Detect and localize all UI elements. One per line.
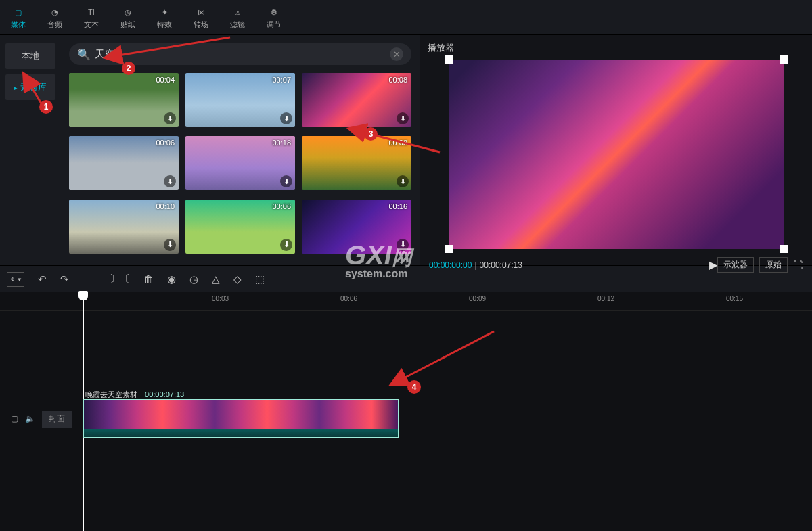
download-icon[interactable]: ⬇ (280, 112, 292, 124)
audio-icon: ◔ (51, 5, 58, 20)
sidebar-item-local[interactable]: 本地 (5, 43, 55, 69)
download-icon[interactable]: ⬇ (164, 239, 176, 251)
split-tool[interactable]: 〕〔 (110, 273, 130, 285)
timeline-clip[interactable]: 晚霞去天空素材 00:00:07:13 (83, 399, 399, 438)
top-tab-bar: ▢ 媒体 ◔ 音频 TI 文本 ◷ 贴纸 ✦ 特效 ⋈ 转场 ஃ 滤镜 ⚙ 调节 (0, 0, 812, 35)
sidebar-item-label: 本地 (22, 51, 39, 61)
preview-canvas[interactable] (449, 60, 784, 249)
chevron-right-icon: ▸ (14, 85, 18, 91)
sidebar-item-library[interactable]: ▸素材库 (5, 74, 55, 100)
effects-icon: ✦ (162, 5, 168, 20)
media-grid: 00:04⬇ 00:07⬇ 00:08⬇ 00:06⬇ 00:18⬇ 00:08… (69, 73, 411, 256)
play-button[interactable]: ▶ (709, 258, 717, 271)
filter-icon: ஃ (235, 5, 240, 20)
mute-track-icon[interactable]: 🔈 (25, 414, 35, 423)
tab-filter[interactable]: ஃ 滤镜 (219, 0, 256, 34)
download-icon[interactable]: ⬇ (280, 239, 292, 251)
watermark: GXI网 system.com (345, 240, 412, 280)
undo-button[interactable]: ↶ (38, 273, 47, 285)
tab-label: 文本 (84, 20, 99, 30)
original-button[interactable]: 原始 (759, 257, 788, 273)
tab-label: 特效 (157, 20, 172, 30)
speed-tool[interactable]: ◷ (189, 273, 198, 285)
mirror-tool[interactable]: △ (212, 273, 220, 285)
media-icon: ▢ (15, 5, 22, 20)
tab-text[interactable]: TI 文本 (73, 0, 110, 34)
scope-button[interactable]: 示波器 (717, 257, 754, 273)
time-ruler[interactable]: 00:03 00:06 00:09 00:12 00:15 (0, 292, 812, 311)
rotate-tool[interactable]: ◇ (233, 273, 242, 285)
timecode-total: 00:00:07:13 (480, 260, 709, 270)
tab-sticker[interactable]: ◷ 贴纸 (110, 0, 146, 34)
media-thumb[interactable]: 00:06⬇ (69, 136, 179, 190)
delete-tool[interactable]: 🗑 (143, 273, 154, 285)
download-icon[interactable]: ⬇ (397, 112, 409, 124)
redo-button[interactable]: ↷ (60, 273, 69, 285)
media-panel: 本地 ▸素材库 🔍 ✕ 00:04⬇ 00:07⬇ 00:08⬇ 00:06⬇ … (0, 35, 420, 265)
media-thumb[interactable]: 00:08⬇ (302, 136, 411, 190)
tab-audio[interactable]: ◔ 音频 (37, 0, 73, 34)
media-thumb[interactable]: 00:04⬇ (69, 73, 179, 127)
sticker-icon: ◷ (125, 5, 131, 20)
timecode-current: 00:00:00:00 (429, 260, 472, 270)
clip-duration: 00:00:07:13 (145, 390, 184, 398)
pointer-tool[interactable]: ⌖ ▾ (7, 272, 24, 287)
tab-media[interactable]: ▢ 媒体 (0, 0, 37, 34)
media-thumb[interactable]: 00:06⬇ (185, 200, 295, 254)
tab-label: 媒体 (11, 20, 26, 30)
text-icon: TI (88, 5, 95, 20)
search-icon: 🔍 (77, 48, 91, 61)
player-title: 播放器 (426, 39, 805, 57)
clear-icon[interactable]: ✕ (390, 47, 403, 61)
player-panel: 播放器 00:00:00:00 | 00:00:07:13 ▶ 示波器 原始 ⛶ (420, 35, 812, 265)
resize-handle[interactable] (445, 245, 453, 253)
search-bar: 🔍 ✕ (69, 43, 411, 65)
transition-icon: ⋈ (198, 5, 205, 20)
media-thumb[interactable]: 00:07⬇ (185, 73, 295, 127)
media-thumb[interactable]: 00:08⬇ (302, 73, 411, 127)
cover-button[interactable]: 封面 (42, 411, 72, 428)
timeline[interactable]: 00:03 00:06 00:09 00:12 00:15 ▢ 🔈 封面 晚霞去… (0, 292, 812, 531)
clip-name: 晚霞去天空素材 (85, 390, 137, 398)
media-thumb[interactable]: 00:18⬇ (185, 136, 295, 190)
sidebar-item-label: 素材库 (20, 82, 47, 92)
adjust-icon: ⚙ (271, 5, 277, 20)
video-track-icon[interactable]: ▢ (11, 414, 18, 423)
fullscreen-icon[interactable]: ⛶ (793, 260, 803, 271)
tab-label: 贴纸 (120, 20, 135, 30)
crop-tool[interactable]: ⬚ (255, 273, 265, 285)
tab-label: 转场 (194, 20, 208, 30)
tab-label: 滤镜 (230, 20, 245, 30)
tab-label: 音频 (47, 20, 62, 30)
search-input[interactable] (95, 49, 390, 60)
record-tool[interactable]: ◉ (167, 273, 176, 285)
tab-label: 调节 (267, 20, 281, 30)
tab-adjust[interactable]: ⚙ 调节 (256, 0, 292, 34)
resize-handle[interactable] (780, 55, 788, 64)
tab-transition[interactable]: ⋈ 转场 (183, 0, 219, 34)
track-header: ▢ 🔈 封面 (0, 411, 83, 428)
tab-effects[interactable]: ✦ 特效 (146, 0, 183, 34)
media-thumb[interactable]: 00:10⬇ (69, 200, 179, 254)
download-icon[interactable]: ⬇ (164, 112, 176, 124)
